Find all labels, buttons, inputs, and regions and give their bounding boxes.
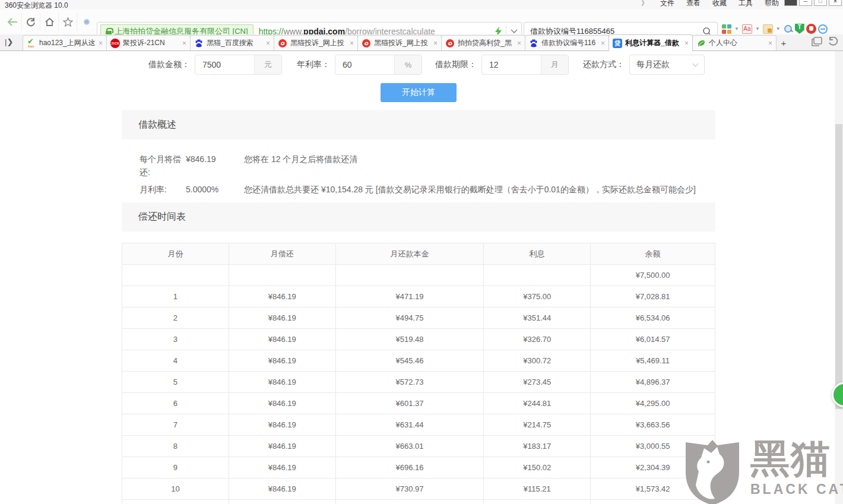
term-input[interactable]: 12 <box>482 55 541 74</box>
menu-view[interactable]: 查看 <box>686 0 701 8</box>
zoom-search-icon[interactable] <box>784 24 793 34</box>
column-header-principal: 月还款本金 <box>336 243 484 264</box>
term-label: 借款期限： <box>435 59 477 70</box>
amount-input[interactable]: 7500 <box>195 55 254 74</box>
tab-geren-zhongxin[interactable]: 个人中心 × <box>692 35 777 50</box>
table-cell: 4 <box>122 350 229 371</box>
tab-close-icon[interactable]: × <box>350 40 354 47</box>
tab-close-icon[interactable]: × <box>601 40 605 47</box>
table-cell: ¥696.16 <box>336 457 484 478</box>
undo-closed-tab-icon[interactable] <box>828 37 838 46</box>
menu-file[interactable]: 文件 <box>660 0 674 8</box>
tab-lixi-jisuanqi-active[interactable]: 贷 利息计算器_借款 × <box>609 34 693 51</box>
table-cell: ¥351.44 <box>484 308 591 328</box>
security-shield-icon[interactable]: T <box>795 24 804 34</box>
calculate-button[interactable]: 开始计算 <box>381 83 457 102</box>
table-cell: ¥4,295.00 <box>591 393 715 414</box>
menu-favorites[interactable]: 收藏 <box>712 0 727 8</box>
favorite-star-icon[interactable] <box>59 13 77 31</box>
refresh-icon[interactable] <box>22 13 40 31</box>
menu-help[interactable]: 帮助 <box>765 0 779 8</box>
home-icon[interactable] <box>40 13 59 31</box>
schedule-table-body: ¥7,500.001¥846.19¥471.19¥375.00¥7,028.81… <box>122 265 715 504</box>
repayment-schedule-table: 月份 月偿还 月还款本金 利息 余额 ¥7,500.001¥846.19¥471… <box>122 243 715 504</box>
table-row: 1¥846.19¥471.19¥375.00¥7,028.81 <box>122 286 715 308</box>
menu-overflow-icon[interactable]: 》 <box>641 0 648 8</box>
ad-block-icon[interactable] <box>806 24 816 34</box>
amount-input-group: 7500 元 <box>195 55 282 75</box>
table-cell: ¥7,028.81 <box>591 286 715 307</box>
table-cell <box>336 265 484 286</box>
term-unit: 月 <box>541 55 568 74</box>
minimize-button[interactable]: ─ <box>799 0 812 6</box>
tab-close-icon[interactable]: × <box>266 40 270 47</box>
rate-label: 年利率： <box>297 59 330 70</box>
tab-xieyi-bianhao[interactable]: 借款协议编号116 × <box>525 35 609 50</box>
table-cell: ¥846.19 <box>229 414 336 435</box>
table-row: 7¥846.19¥631.44¥214.75¥3,663.56 <box>122 414 715 436</box>
table-cell: ¥846.19 <box>229 393 336 414</box>
tab-label: 黑猫_百度搜索 <box>207 38 263 48</box>
scrollbar-thumb[interactable] <box>835 124 842 409</box>
method-select[interactable]: 每月还款 <box>629 55 705 75</box>
translate-dropdown-chevron-icon[interactable]: ▼ <box>775 26 782 31</box>
back-icon[interactable] <box>4 13 22 31</box>
new-tab-icon[interactable]: + <box>776 35 791 50</box>
method-selected-value: 每月还款 <box>636 59 670 70</box>
close-button[interactable]: ✕ <box>829 0 842 6</box>
tab-close-icon[interactable]: × <box>684 40 689 47</box>
column-header-balance: 余额 <box>591 243 715 264</box>
table-cell <box>484 265 591 286</box>
boss-key-icon[interactable] <box>818 24 828 34</box>
tab-close-icon[interactable]: × <box>433 40 438 47</box>
table-cell: ¥273.45 <box>484 372 591 392</box>
font-size-icon[interactable]: Aa <box>742 24 752 34</box>
table-cell: ¥375.00 <box>484 286 591 307</box>
table-cell: ¥846.19 <box>229 350 336 371</box>
rate-input[interactable]: 60 <box>335 55 394 74</box>
tabbar-right-actions <box>812 37 838 46</box>
tab-label: 利息计算器_借款 <box>625 38 682 48</box>
tab-list-icon[interactable]: |❯ <box>5 37 13 46</box>
table-cell: ¥326.70 <box>484 329 591 350</box>
font-dropdown-chevron-icon[interactable]: ▼ <box>754 26 761 31</box>
table-cell: ¥846.19 <box>229 329 336 350</box>
translate-icon[interactable] <box>763 24 773 34</box>
browser-window: { "window": { "title": "360安全浏览器 10.0", … <box>0 0 843 504</box>
tab-ppdai-gaolidai[interactable]: 拍拍贷高利贷_黑 × <box>441 35 525 50</box>
amount-label: 借款金额： <box>148 59 190 70</box>
menu-bar: 》 文件 查看 收藏 工具 帮助 <box>641 0 779 8</box>
restore-tabs-icon[interactable] <box>812 37 822 46</box>
table-cell: ¥300.72 <box>484 350 591 371</box>
tab-hao123[interactable]: ✔hao hao123_上网从这 × <box>23 35 107 50</box>
table-cell <box>229 265 336 286</box>
tab-close-icon[interactable]: × <box>182 40 186 47</box>
tab-heimao-1[interactable]: 黑猫投诉_网上投 × <box>274 35 358 50</box>
rate-input-group: 60 % <box>335 55 422 75</box>
url-dropdown-chevron-icon[interactable] <box>511 29 518 34</box>
tab-close-icon[interactable]: × <box>768 40 772 47</box>
table-cell: ¥244.81 <box>484 393 591 414</box>
apps-grid-icon[interactable] <box>722 24 731 34</box>
tab-jutousu[interactable]: 21CN 聚投诉-21CN × <box>106 35 191 50</box>
compatibility-mode-icon[interactable] <box>77 13 96 31</box>
table-cell: ¥6,014.57 <box>591 329 715 350</box>
schedule-title: 偿还时间表 <box>138 211 186 223</box>
tab-close-icon[interactable]: × <box>99 40 103 47</box>
table-cell: 1 <box>122 286 229 307</box>
maximize-button[interactable]: □ <box>814 0 827 6</box>
tab-label: 黑猫投诉_网上投 <box>374 38 430 48</box>
apps-dropdown-chevron-icon[interactable]: ▼ <box>733 26 740 31</box>
skin-button[interactable] <box>784 0 797 6</box>
table-cell: ¥519.48 <box>336 329 484 350</box>
table-cell: 9 <box>122 457 229 478</box>
tab-label: hao123_上网从这 <box>39 38 96 48</box>
rate-unit: % <box>394 55 422 74</box>
table-row: 4¥846.19¥545.46¥300.72¥5,469.11 <box>122 350 715 372</box>
tab-baidu-search[interactable]: 黑猫_百度搜索 × <box>190 35 274 50</box>
amount-unit: 元 <box>254 55 281 74</box>
menu-tools[interactable]: 工具 <box>739 0 753 8</box>
tab-heimao-2[interactable]: 黑猫投诉_网上投 × <box>357 35 442 50</box>
table-cell: ¥4,896.37 <box>591 372 715 392</box>
tab-close-icon[interactable]: × <box>517 40 521 47</box>
